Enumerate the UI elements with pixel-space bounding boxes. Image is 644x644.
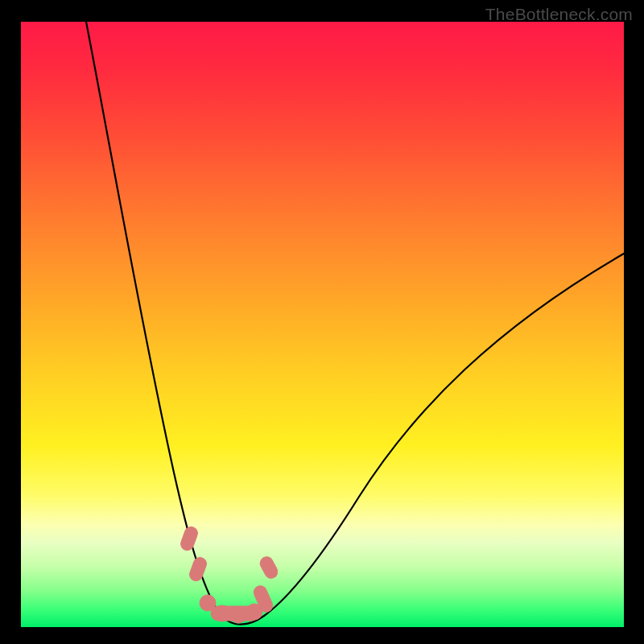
watermark-text: TheBottleneck.com (485, 5, 633, 24)
marker-right-upper-dash (258, 555, 279, 580)
marker-bottom-dot-2 (214, 605, 230, 621)
bottleneck-curve (86, 22, 624, 625)
marker-group (179, 525, 279, 623)
marker-left-upper-dash (179, 525, 199, 552)
chart-overlay (21, 22, 624, 627)
outer-frame: TheBottleneck.com (0, 0, 644, 644)
marker-left-lower-dash (188, 555, 208, 583)
plot-area (21, 22, 624, 627)
marker-bottom-dot-3 (230, 607, 246, 623)
